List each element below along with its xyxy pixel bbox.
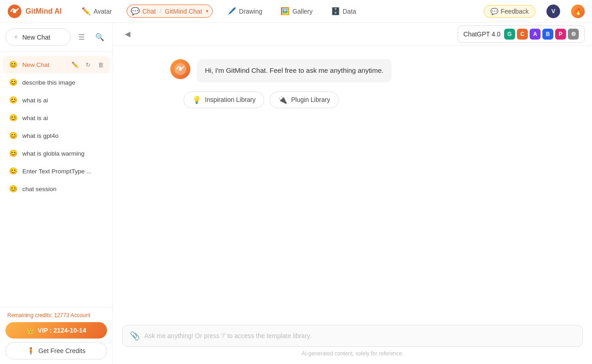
vip-label: VIP : 2124-10-14	[38, 327, 86, 334]
item-actions: ✏️ ↻ 🗑	[70, 59, 106, 70]
chat-nav-icon: 💬	[131, 7, 140, 15]
sidebar-top: ＋ New Chat ☰ 🔍	[0, 23, 112, 52]
crown-icon: 👑	[26, 327, 34, 334]
chat-item-icon-4: 😊	[9, 114, 18, 122]
sidebar-item-label-3: what is gpt4o	[22, 132, 59, 139]
search-icon: 🔍	[95, 33, 104, 41]
sidebar-list: 😊 New Chat ✏️ ↻ 🗑 😊 describe this image …	[0, 52, 112, 307]
user-initial: V	[551, 8, 556, 15]
fire-icon: 🔥	[574, 8, 582, 15]
data-nav-icon: 🗄️	[331, 7, 340, 15]
main-layout: ＋ New Chat ☰ 🔍 😊 New Chat ✏️ ↻ 🗑	[0, 23, 592, 364]
model-chip-5: P	[555, 29, 566, 40]
nav-data-label: Data	[343, 8, 357, 15]
nav-gallery-label: Gallery	[292, 8, 312, 15]
model-chip-3: A	[530, 29, 541, 40]
ai-disclaimer: AI-generated content, solely for referen…	[122, 350, 583, 357]
chat-item-icon-2: 😊	[9, 78, 18, 86]
remaining-credits: Remaining credits: 12773 Account	[5, 312, 107, 318]
chat-input[interactable]	[144, 332, 575, 339]
get-credits-button[interactable]: 🧍 Get Free Credits	[5, 342, 107, 359]
svg-point-3	[179, 68, 182, 71]
chat-item-icon-6: 😊	[9, 149, 18, 157]
nav-chat[interactable]: 💬 Chat / GitMind Chat ▾	[127, 5, 213, 18]
chat-messages: Hi, I'm GitMind Chat. Feel free to ask m…	[113, 46, 592, 319]
sidebar-item-globalwarming[interactable]: 😊 what is globla warming	[3, 145, 110, 162]
welcome-text: Hi, I'm GitMind Chat. Feel free to ask m…	[205, 66, 383, 74]
nav-avatar[interactable]: ✏️ Avatar	[78, 5, 115, 17]
top-nav: GitMind AI ✏️ Avatar 💬 Chat / GitMind Ch…	[0, 0, 592, 23]
sidebar-item-chatsession[interactable]: 😊 chat session	[3, 180, 110, 197]
sidebar-item-label-1: what is ai	[22, 97, 48, 104]
bot-avatar-icon	[174, 63, 187, 76]
new-chat-label: New Chat	[22, 34, 50, 41]
inspiration-library-button[interactable]: 💡 Inspiration Library	[184, 91, 264, 108]
chat-input-area: 📎 AI-generated content, solely for refer…	[113, 319, 592, 364]
plus-icon: ＋	[12, 32, 20, 42]
input-wrapper: 📎	[122, 325, 583, 347]
settings-icon-btn[interactable]: 🔥	[571, 5, 585, 18]
nav-divider: /	[159, 8, 161, 15]
sidebar-item-label-6: chat session	[22, 186, 56, 192]
list-view-button[interactable]: ☰	[74, 30, 89, 45]
sidebar-item-label-5: Enter Text PromptType ...	[22, 168, 92, 175]
disclaimer-text: AI-generated content, solely for referen…	[301, 350, 403, 357]
sidebar-item-active[interactable]: 😊 New Chat ✏️ ↻ 🗑	[3, 56, 110, 73]
gallery-nav-icon: 🖼️	[281, 7, 290, 15]
feedback-button[interactable]: 💬 Feedback	[484, 5, 536, 18]
sidebar-item-describe[interactable]: 😊 describe this image	[3, 74, 110, 91]
chat-item-icon-7: 😊	[9, 167, 18, 175]
search-button[interactable]: 🔍	[92, 30, 107, 45]
delete-item-button[interactable]: 🗑	[95, 59, 106, 70]
svg-point-1	[13, 10, 16, 13]
credits-value: 12773	[54, 312, 69, 318]
list-icon: ☰	[78, 33, 85, 41]
welcome-bubble: Hi, I'm GitMind Chat. Feel free to ask m…	[197, 59, 392, 82]
vip-button[interactable]: 👑 VIP : 2124-10-14	[5, 322, 107, 339]
model-chip-settings: ⚙	[568, 29, 579, 40]
nav-drawing[interactable]: 🖊️ Drawing	[224, 5, 266, 17]
sidebar-toggle-button[interactable]: ◀	[120, 27, 135, 41]
nav-gallery[interactable]: 🖼️ Gallery	[277, 5, 316, 17]
model-selector[interactable]: ChatGPT 4.0 G C A B P ⚙	[458, 25, 585, 43]
logo-icon	[7, 4, 22, 19]
attach-icon[interactable]: 📎	[130, 331, 140, 341]
refresh-item-button[interactable]: ↻	[82, 59, 93, 70]
sidebar-toggle-icon: ◀	[125, 30, 130, 38]
logo[interactable]: GitMind AI	[7, 4, 61, 19]
sidebar-item-label-4: what is globla warming	[22, 150, 85, 157]
user-avatar[interactable]: V	[546, 5, 560, 18]
edit-item-button[interactable]: ✏️	[70, 59, 81, 70]
chat-item-icon-3: 😊	[9, 96, 18, 104]
avatar-nav-icon: ✏️	[82, 7, 91, 15]
nav-avatar-label: Avatar	[93, 8, 112, 15]
chevron-down-icon: ▾	[206, 8, 209, 14]
plugin-library-button[interactable]: 🔌 Plugin Library	[270, 91, 339, 108]
bot-avatar	[170, 59, 190, 79]
model-chip-4: B	[542, 29, 553, 40]
nav-chat-label: Chat	[143, 8, 156, 15]
sidebar: ＋ New Chat ☰ 🔍 😊 New Chat ✏️ ↻ 🗑	[0, 23, 113, 364]
welcome-message-row: Hi, I'm GitMind Chat. Feel free to ask m…	[170, 59, 535, 82]
sidebar-item-gpt4o[interactable]: 😊 what is gpt4o	[3, 127, 110, 144]
nav-drawing-label: Drawing	[239, 8, 262, 15]
chat-item-icon-5: 😊	[9, 131, 18, 140]
chat-item-icon: 😊	[9, 61, 18, 69]
sidebar-item-whatisai-1[interactable]: 😊 what is ai	[3, 91, 110, 109]
inspiration-library-label: Inspiration Library	[205, 96, 255, 103]
chat-area: ◀ ChatGPT 4.0 G C A B P ⚙	[113, 23, 592, 364]
sidebar-item-entertext[interactable]: 😊 Enter Text PromptType ...	[3, 162, 110, 180]
action-buttons-row: 💡 Inspiration Library 🔌 Plugin Library	[184, 91, 548, 108]
sidebar-item-label-0: describe this image	[22, 79, 75, 86]
drawing-nav-icon: 🖊️	[227, 7, 236, 15]
nav-data[interactable]: 🗄️ Data	[327, 5, 360, 17]
plugin-library-label: Plugin Library	[291, 96, 330, 103]
sidebar-item-whatisai-2[interactable]: 😊 what is ai	[3, 109, 110, 126]
get-credits-label: Get Free Credits	[38, 347, 85, 354]
chat-item-icon-8: 😊	[9, 185, 18, 193]
sidebar-item-label-2: what is ai	[22, 115, 48, 121]
model-icons: G C A B P ⚙	[504, 29, 579, 40]
credits-suffix: Account	[69, 312, 90, 318]
new-chat-button[interactable]: ＋ New Chat	[5, 28, 71, 46]
feedback-icon: 💬	[490, 8, 498, 15]
